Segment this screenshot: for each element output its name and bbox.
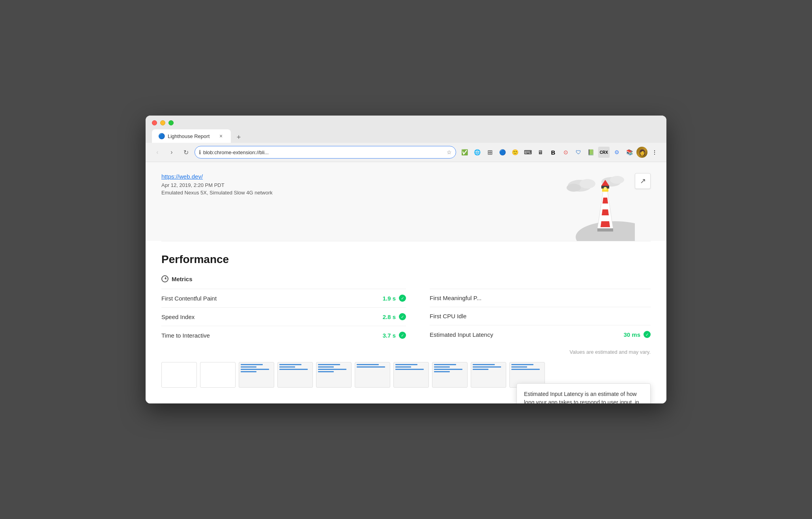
filmstrip-frame-5: [355, 362, 390, 388]
filmstrip-frame-3: [277, 362, 313, 388]
report-date: Apr 12, 2019, 2:20 PM PDT: [161, 182, 273, 188]
ext-smiley-icon[interactable]: 🙂: [510, 147, 521, 158]
frame-line: [434, 369, 462, 370]
filmstrip-frame-content-5: [355, 362, 390, 387]
frame-line: [473, 364, 495, 365]
traffic-light-minimize[interactable]: [160, 120, 165, 125]
frame-line: [511, 369, 540, 370]
ext-green-icon[interactable]: ✅: [459, 147, 470, 158]
metric-value-tti: 3.7 s: [383, 332, 396, 339]
share-button[interactable]: ↗: [635, 173, 651, 189]
frame-line: [395, 366, 411, 368]
filmstrip-frame-content-8: [471, 362, 506, 387]
frame-line: [434, 364, 456, 365]
metric-name-si: Speed Index: [161, 314, 195, 320]
metric-row-fci: First CPU Idle: [430, 307, 651, 325]
metrics-label: Metrics: [172, 276, 193, 282]
frame-line: [318, 366, 334, 368]
metric-row-si: Speed Index 2.8 s ✓: [161, 307, 406, 326]
metric-check-tti: ✓: [399, 332, 406, 339]
metric-name-eil: Estimated Input Latency: [430, 331, 493, 338]
reload-button[interactable]: ↻: [180, 147, 191, 158]
svg-point-4: [610, 176, 624, 184]
svg-marker-7: [602, 198, 608, 203]
address-text: blob:chrome-extension://bli...: [203, 149, 444, 155]
new-tab-button[interactable]: +: [233, 132, 244, 143]
frame-line: [241, 366, 256, 368]
browser-menu-button[interactable]: ⋮: [649, 147, 660, 158]
tabs-row: 🔵 Lighthouse Report × +: [152, 129, 660, 143]
ext-globe-icon[interactable]: 🌐: [472, 147, 483, 158]
filmstrip-frame-8: [471, 362, 506, 388]
tab-title: Lighthouse Report: [168, 133, 214, 139]
frame-line: [395, 364, 417, 365]
frame-line: [318, 364, 340, 365]
report-header: https://web.dev/ Apr 12, 2019, 2:20 PM P…: [146, 162, 666, 241]
traffic-light-close[interactable]: [152, 120, 157, 125]
filmstrip-frame-0: [161, 362, 197, 388]
metric-row-fcp: First Contentful Paint 1.9 s ✓: [161, 289, 406, 307]
back-button[interactable]: ‹: [152, 147, 163, 158]
toolbar-extensions: ✅ 🌐 ⊞ 🔵 🙂 ⌨ 🖥 B ⊙ 🛡 📗 CRX ⚙ 📚 👩 ⋮: [459, 147, 660, 158]
filmstrip-frame-content-2: [239, 362, 274, 387]
traffic-lights-row: [152, 120, 660, 125]
ext-lighthouse-icon[interactable]: 🔵: [497, 147, 508, 158]
frame-line: [434, 366, 450, 368]
filmstrip-frame-content-6: [394, 362, 428, 387]
ext-monitor-icon[interactable]: 🖥: [535, 147, 546, 158]
frame-line: [318, 369, 346, 370]
metrics-left-column: First Contentful Paint 1.9 s ✓ Speed Ind…: [161, 289, 406, 344]
forward-icon: ›: [170, 149, 172, 156]
metric-name-fcp: First Contentful Paint: [161, 295, 217, 302]
metric-value-eil: 30 ms: [623, 331, 640, 338]
tab-close-button[interactable]: ×: [217, 133, 225, 140]
ext-keyboard-icon[interactable]: ⌨: [522, 147, 533, 158]
lighthouse-illustration: [556, 166, 635, 241]
bookmark-star-icon[interactable]: ☆: [447, 149, 452, 155]
frame-line: [241, 364, 263, 365]
metric-name-fci: First CPU Idle: [430, 313, 466, 319]
ext-plus-icon[interactable]: ⊞: [485, 147, 496, 158]
metric-row-tti: Time to Interactive 3.7 s ✓: [161, 326, 406, 344]
frame-line: [279, 369, 308, 370]
title-bar: 🔵 Lighthouse Report × +: [146, 116, 666, 143]
filmstrip-frame-1: [200, 362, 236, 388]
page-content: https://web.dev/ Apr 12, 2019, 2:20 PM P…: [146, 162, 666, 403]
metric-value-group-tti: 3.7 s ✓: [383, 332, 406, 339]
frame-line: [511, 366, 527, 368]
frame-line: [241, 369, 269, 370]
ext-bookshelves-icon[interactable]: 📚: [624, 147, 635, 158]
ext-settings-icon[interactable]: ⚙: [611, 147, 622, 158]
frame-line: [357, 364, 379, 365]
metric-value-group-eil: 30 ms ✓: [623, 331, 651, 338]
svg-point-1: [580, 179, 595, 189]
ext-book-icon[interactable]: 📗: [586, 147, 597, 158]
forward-button[interactable]: ›: [166, 147, 177, 158]
metric-row-fmp: First Meaningful P...: [430, 289, 651, 307]
filmstrip-frame-content-4: [316, 362, 351, 387]
browser-toolbar: ‹ › ↻ ℹ blob:chrome-extension://bli... ☆…: [146, 143, 666, 162]
metric-check-fcp: ✓: [399, 295, 406, 302]
metric-value-fcp: 1.9 s: [383, 295, 396, 302]
address-bar[interactable]: ℹ blob:chrome-extension://bli... ☆: [195, 146, 456, 159]
frame-line: [434, 371, 450, 372]
reload-icon: ↻: [183, 149, 189, 156]
svg-marker-9: [601, 221, 610, 227]
active-tab[interactable]: 🔵 Lighthouse Report ×: [152, 129, 231, 143]
profile-avatar-image: 👩: [636, 147, 647, 158]
filmstrip-frame-content-7: [432, 362, 467, 387]
ext-crx-icon[interactable]: CRX: [598, 147, 610, 158]
report-url[interactable]: https://web.dev/: [161, 173, 273, 180]
traffic-light-maximize[interactable]: [168, 120, 174, 125]
svg-rect-14: [597, 228, 613, 231]
frame-line: [279, 366, 295, 368]
frame-line: [473, 366, 501, 368]
profile-avatar[interactable]: 👩: [636, 147, 647, 158]
ext-target-icon[interactable]: ⊙: [560, 147, 571, 158]
metric-value-si: 2.8 s: [383, 314, 396, 320]
ext-shield-icon[interactable]: 🛡: [573, 147, 584, 158]
frame-line: [473, 369, 488, 370]
tooltip-box: Estimated Input Latency is an estimate o…: [516, 383, 651, 403]
ext-bold-icon[interactable]: B: [548, 147, 559, 158]
frame-line: [511, 364, 533, 365]
